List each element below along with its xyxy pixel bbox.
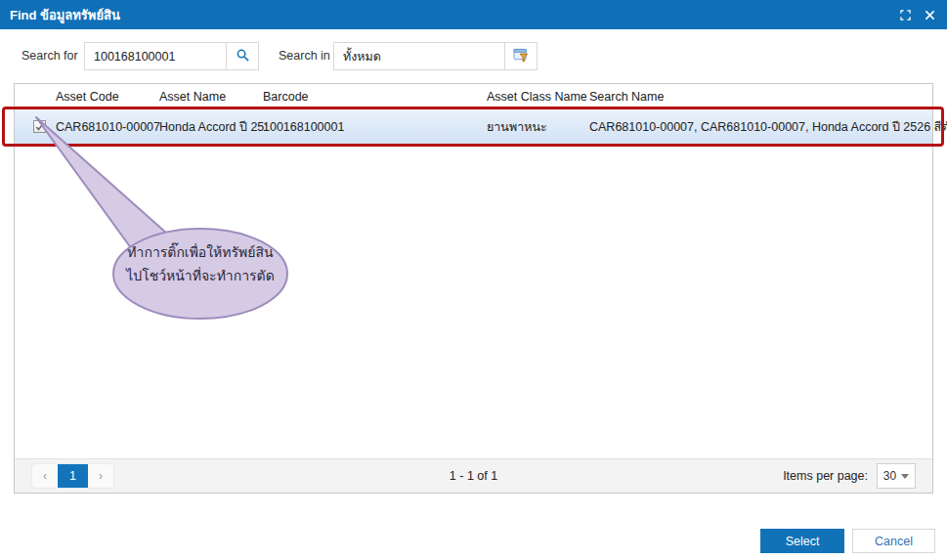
search-in-filter-button[interactable] bbox=[504, 43, 537, 69]
dialog-title: Find ข้อมูลทรัพย์สิน bbox=[10, 5, 120, 25]
close-icon[interactable] bbox=[925, 10, 935, 21]
asset-table: Asset Code Asset Name Barcode Asset Clas… bbox=[14, 83, 933, 494]
items-per-page-value: 30 bbox=[883, 469, 896, 483]
search-for-group bbox=[84, 42, 259, 70]
search-in-label: Search in bbox=[279, 49, 330, 63]
select-button[interactable]: Select bbox=[760, 529, 844, 553]
cancel-button[interactable]: Cancel bbox=[852, 529, 935, 553]
dropdown-arrow-icon bbox=[901, 474, 909, 479]
table-header: Asset Code Asset Name Barcode Asset Clas… bbox=[15, 84, 932, 110]
cell-asset-class: ยานพาหนะ bbox=[487, 110, 547, 144]
dialog-titlebar: Find ข้อมูลทรัพย์สิน bbox=[0, 0, 947, 29]
cell-search-name: CAR681010-00007, CAR681010-00007, Honda … bbox=[589, 110, 947, 144]
items-per-page-label: Items per page: bbox=[783, 459, 868, 494]
next-page-button[interactable]: › bbox=[88, 464, 113, 488]
search-icon bbox=[236, 48, 250, 65]
maximize-icon[interactable] bbox=[900, 10, 911, 21]
cell-asset-name: Honda Accord ปี 25: bbox=[159, 110, 268, 144]
filter-grid-icon bbox=[513, 48, 530, 65]
cell-asset-code: CAR681010-00007 bbox=[56, 110, 160, 144]
search-in-input[interactable] bbox=[334, 43, 504, 69]
table-row[interactable]: CAR681010-00007 Honda Accord ปี 25: 1001… bbox=[15, 110, 932, 144]
cell-barcode: 100168100001 bbox=[263, 110, 344, 144]
column-header-asset-class[interactable]: Asset Class Name bbox=[487, 84, 587, 110]
column-header-barcode[interactable]: Barcode bbox=[263, 84, 309, 110]
search-for-label: Search for bbox=[22, 49, 78, 63]
prev-page-button[interactable]: ‹ bbox=[32, 464, 58, 488]
row-checkbox[interactable] bbox=[33, 120, 46, 133]
search-in-group bbox=[333, 42, 538, 70]
column-header-asset-code[interactable]: Asset Code bbox=[56, 84, 119, 110]
pager: ‹ 1 › bbox=[31, 463, 114, 489]
search-button[interactable] bbox=[226, 43, 258, 69]
column-header-asset-name[interactable]: Asset Name bbox=[159, 84, 226, 110]
table-footer: 1 - 1 of 1 ‹ 1 › Items per page: 30 bbox=[15, 458, 932, 493]
search-for-input[interactable] bbox=[85, 43, 226, 69]
column-header-search-name[interactable]: Search Name bbox=[589, 84, 664, 110]
items-per-page-select[interactable]: 30 bbox=[877, 463, 916, 489]
current-page-button[interactable]: 1 bbox=[58, 464, 88, 488]
